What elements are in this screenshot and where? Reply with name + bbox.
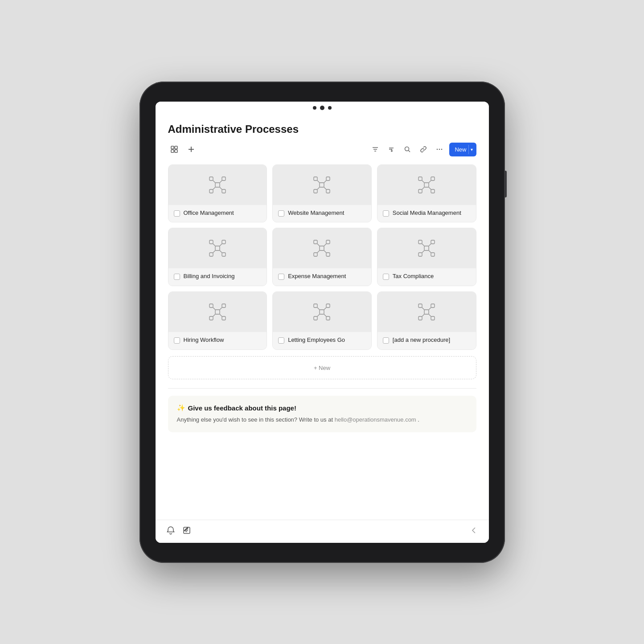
svg-rect-66 <box>431 253 435 256</box>
svg-line-88 <box>324 314 326 316</box>
card-label-area: Billing and Invoicing <box>168 268 267 286</box>
card-label: Expense Management <box>288 273 346 280</box>
sort-button[interactable] <box>385 143 398 156</box>
new-button[interactable]: New ▾ <box>449 143 476 156</box>
card-checkbox[interactable] <box>278 337 284 344</box>
card-checkbox[interactable] <box>174 210 180 217</box>
svg-rect-19 <box>222 177 226 180</box>
svg-rect-46 <box>222 240 226 244</box>
card-checkbox[interactable] <box>383 337 389 344</box>
process-card-7[interactable]: Hiring Workflow <box>168 291 267 350</box>
svg-line-61 <box>324 250 326 253</box>
feedback-icon: ✨ <box>177 404 185 412</box>
card-label: Letting Employees Go <box>288 336 345 344</box>
svg-line-49 <box>213 244 215 246</box>
svg-rect-20 <box>209 189 213 193</box>
card-checkbox[interactable] <box>278 210 284 217</box>
svg-rect-74 <box>209 316 213 320</box>
card-label-area: Office Management <box>168 205 267 222</box>
svg-line-76 <box>213 308 215 310</box>
svg-rect-62 <box>424 246 429 250</box>
add-button[interactable] <box>185 143 197 156</box>
svg-rect-55 <box>326 240 330 244</box>
back-icon[interactable] <box>469 526 478 537</box>
svg-rect-71 <box>215 310 220 314</box>
camera-dot-right <box>328 106 332 110</box>
card-label-area: [add a new procedure] <box>377 332 476 349</box>
process-card-2[interactable]: Website Management <box>272 164 372 223</box>
svg-point-15 <box>439 149 440 150</box>
svg-rect-36 <box>418 177 422 180</box>
divider <box>168 388 476 389</box>
svg-line-67 <box>422 244 424 246</box>
bottom-right-icons <box>469 526 478 537</box>
process-card-1[interactable]: Office Management <box>168 164 267 223</box>
svg-rect-37 <box>431 177 435 180</box>
process-card-8[interactable]: Letting Employees Go <box>272 291 372 350</box>
card-icon-area <box>168 165 267 205</box>
content-area: Administrative Processes <box>156 114 489 520</box>
svg-line-41 <box>429 180 431 183</box>
card-label: Hiring Workflow <box>184 336 224 344</box>
card-icon-area <box>377 292 476 332</box>
svg-point-12 <box>405 147 409 151</box>
svg-rect-89 <box>424 310 429 314</box>
card-icon-area <box>377 165 476 205</box>
card-checkbox[interactable] <box>278 274 284 280</box>
card-label-area: Hiring Workflow <box>168 332 267 349</box>
svg-line-60 <box>317 250 320 253</box>
svg-line-22 <box>213 180 215 183</box>
svg-rect-75 <box>222 316 226 320</box>
svg-line-23 <box>220 180 222 183</box>
toolbar-left <box>168 143 197 156</box>
feedback-box: ✨ Give us feedback about this page! Anyt… <box>168 396 476 432</box>
card-checkbox[interactable] <box>383 274 389 280</box>
card-label: [add a new procedure] <box>393 336 450 344</box>
process-card-6[interactable]: Tax Compliance <box>377 228 476 286</box>
svg-rect-57 <box>326 253 330 256</box>
card-label: Social Media Management <box>393 209 461 217</box>
svg-line-31 <box>317 180 320 183</box>
grid-view-button[interactable] <box>168 143 180 156</box>
process-card-9[interactable]: [add a new procedure] <box>377 291 476 350</box>
process-card-5[interactable]: Expense Management <box>272 228 372 286</box>
side-button <box>505 171 507 197</box>
edit-icon[interactable] <box>182 526 191 537</box>
search-button[interactable] <box>401 143 414 156</box>
card-label: Website Management <box>288 209 344 217</box>
add-new-card[interactable]: + New <box>168 356 476 379</box>
svg-rect-64 <box>431 240 435 244</box>
tablet-frame: Administrative Processes <box>139 82 505 563</box>
bell-icon[interactable] <box>166 526 175 537</box>
process-card-3[interactable]: Social Media Management <box>377 164 476 223</box>
svg-rect-3 <box>175 150 177 152</box>
svg-rect-44 <box>215 246 220 250</box>
toolbar-right: New ▾ <box>369 143 476 156</box>
svg-line-43 <box>429 187 431 189</box>
card-checkbox[interactable] <box>174 274 180 280</box>
svg-line-40 <box>422 180 424 183</box>
card-icon-area <box>273 228 371 268</box>
card-checkbox[interactable] <box>383 210 389 217</box>
bottom-left-icons <box>166 526 191 537</box>
svg-rect-83 <box>314 316 317 320</box>
svg-rect-18 <box>209 177 213 180</box>
process-card-4[interactable]: Billing and Invoicing <box>168 228 267 286</box>
cards-grid: Office Management Website Manag <box>168 164 476 350</box>
filter-button[interactable] <box>369 143 381 156</box>
svg-rect-48 <box>222 253 226 256</box>
svg-line-50 <box>220 244 222 246</box>
svg-line-78 <box>213 314 215 316</box>
link-button[interactable] <box>417 143 430 156</box>
svg-line-77 <box>220 308 222 310</box>
svg-rect-21 <box>222 189 226 193</box>
card-checkbox[interactable] <box>174 337 180 344</box>
card-icon-area <box>377 228 476 268</box>
card-label-area: Expense Management <box>273 268 371 286</box>
svg-line-33 <box>317 187 320 189</box>
svg-line-94 <box>422 308 424 310</box>
svg-rect-84 <box>326 316 330 320</box>
more-button[interactable] <box>433 143 446 156</box>
card-label-area: Tax Compliance <box>377 268 476 286</box>
svg-rect-47 <box>209 253 213 256</box>
